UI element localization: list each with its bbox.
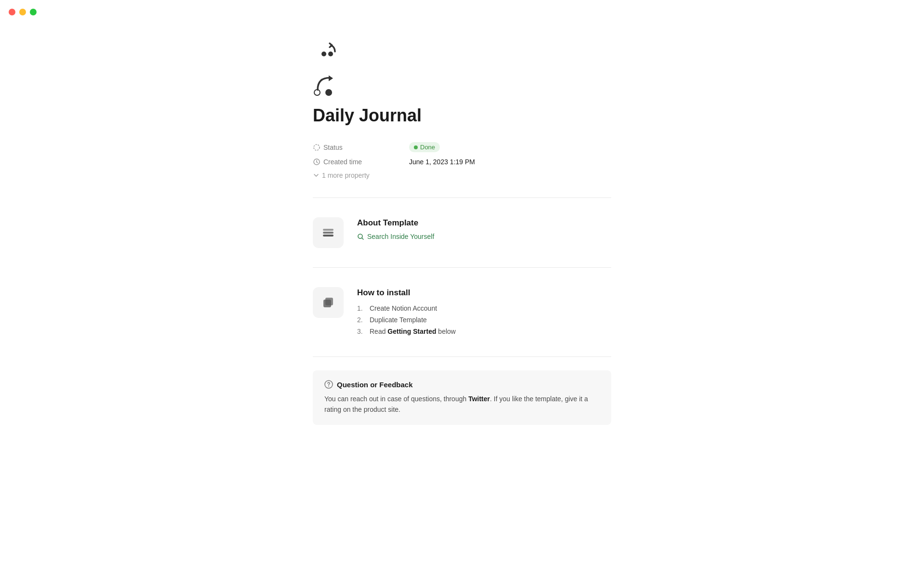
layers-icon (320, 224, 337, 241)
svg-point-2 (322, 52, 326, 56)
status-label: Status (313, 144, 390, 151)
step-number-1: 1. (357, 304, 366, 312)
status-property-row: Status Done (313, 139, 611, 155)
feedback-title: Question or Feedback (337, 381, 413, 389)
install-icon-box (313, 287, 344, 318)
step-text-2: Duplicate Template (370, 316, 427, 324)
about-content: About Template Search Inside Yourself (357, 217, 611, 240)
step-text-1: Create Notion Account (370, 304, 437, 312)
step-number-3: 3. (357, 328, 366, 335)
journal-icon (313, 39, 342, 67)
about-icon-box (313, 217, 344, 248)
svg-rect-12 (325, 298, 333, 305)
redo-icon (313, 69, 342, 98)
feedback-text: You can reach out in case of questions, … (324, 394, 600, 415)
about-title: About Template (357, 218, 611, 228)
install-step-3: 3. Read Getting Started below (357, 326, 611, 337)
minimize-button[interactable] (19, 9, 26, 15)
install-content: How to install 1. Create Notion Account … (357, 287, 611, 337)
install-title: How to install (357, 288, 611, 298)
close-button[interactable] (9, 9, 15, 15)
divider-1 (313, 197, 611, 198)
feedback-header: Question or Feedback (324, 380, 600, 389)
divider-3 (313, 356, 611, 357)
created-time-label: Created time (313, 158, 390, 166)
install-steps: 1. Create Notion Account 2. Duplicate Te… (357, 302, 611, 337)
status-value[interactable]: Done (409, 142, 440, 152)
question-icon (324, 380, 333, 389)
properties-section: Status Done Created time June 1, 2023 1:… (313, 139, 611, 182)
status-icon (313, 144, 321, 151)
chevron-down-icon (313, 172, 320, 179)
page-title: Daily Journal (313, 105, 611, 126)
duplicate-icon (320, 294, 337, 311)
how-to-install-section: How to install 1. Create Notion Account … (313, 281, 611, 343)
clock-icon (313, 158, 321, 166)
install-step-2: 2. Duplicate Template (357, 314, 611, 326)
install-step-1: 1. Create Notion Account (357, 302, 611, 314)
svg-rect-9 (323, 229, 334, 231)
more-properties-toggle[interactable]: 1 more property (313, 169, 611, 182)
status-dot (414, 145, 418, 149)
step-number-2: 2. (357, 316, 366, 324)
svg-point-5 (314, 144, 320, 150)
page-icon (313, 39, 611, 96)
created-time-value: June 1, 2023 1:19 PM (409, 158, 475, 166)
main-content: Daily Journal Status Done (294, 0, 630, 463)
about-template-section: About Template Search Inside Yourself (313, 211, 611, 254)
search-inside-yourself-link[interactable]: Search Inside Yourself (357, 233, 611, 240)
svg-rect-8 (323, 232, 334, 234)
divider-2 (313, 267, 611, 268)
traffic-lights (9, 9, 37, 15)
step-text-3: Read Getting Started below (370, 328, 456, 335)
status-badge: Done (409, 142, 440, 152)
created-time-property-row: Created time June 1, 2023 1:19 PM (313, 155, 611, 169)
feedback-box: Question or Feedback You can reach out i… (313, 370, 611, 425)
svg-rect-7 (323, 235, 334, 236)
svg-point-3 (329, 52, 333, 56)
maximize-button[interactable] (30, 9, 37, 15)
search-icon (357, 233, 364, 240)
svg-marker-4 (329, 76, 333, 81)
